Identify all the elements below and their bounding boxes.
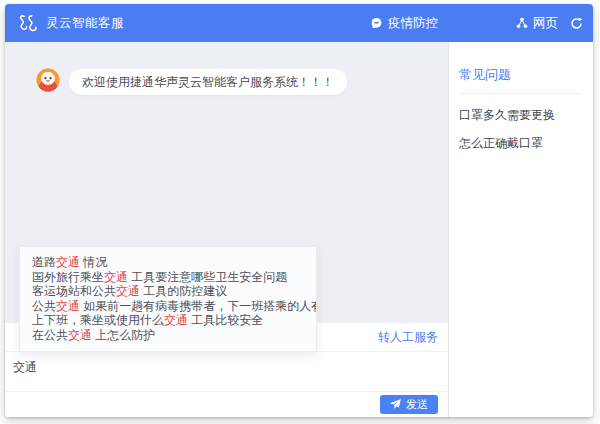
refresh-icon	[570, 17, 583, 30]
transfer-service-link[interactable]: 转人工服务	[378, 329, 438, 346]
message-row: 欢迎使用捷通华声灵云智能客户服务系统！！！	[36, 68, 347, 95]
suggestion-keyword: 交通	[68, 328, 92, 342]
suggestion-item[interactable]: 国外旅行乘坐交通 工具要注意哪些卫生安全问题	[20, 270, 316, 285]
chat-column: 欢迎使用捷通华声灵云智能客户服务系统！！！ 转人工服务 交通 发送	[5, 42, 449, 417]
chat-bubble-icon	[370, 17, 383, 30]
suggestion-keyword: 交通	[104, 270, 128, 284]
main-area: 欢迎使用捷通华声灵云智能客户服务系统！！！ 转人工服务 交通 发送	[5, 42, 593, 417]
suggestion-keyword: 交通	[56, 255, 80, 269]
suggestion-text: 工具要注意哪些卫生安全问题	[128, 270, 287, 284]
faq-title: 常见问题	[459, 66, 581, 94]
suggestion-text: 情况	[80, 255, 107, 269]
suggestion-text: 在公共	[32, 328, 68, 342]
send-label: 发送	[406, 399, 428, 410]
nav-item-web[interactable]: 网页	[516, 15, 558, 32]
suggestion-text: 上下班，乘坐或使用什么	[32, 313, 164, 327]
brand: 灵云智能客服	[18, 13, 124, 34]
welcome-bubble: 欢迎使用捷通华声灵云智能客户服务系统！！！	[69, 69, 347, 95]
suggestion-keyword: 交通	[164, 313, 188, 327]
header-bar: 灵云智能客服 疫情防控 网页	[5, 4, 593, 42]
share-nodes-icon	[516, 17, 528, 29]
suggestion-item[interactable]: 公共交通 如果前一趟有病毒携带者，下一班搭乘的人有感染风险吗	[20, 299, 316, 314]
suggestion-item[interactable]: 上下班，乘坐或使用什么交通 工具比较安全	[20, 313, 316, 328]
suggestion-item[interactable]: 客运场站和公共交通 工具的防控建议	[20, 284, 316, 299]
refresh-button[interactable]	[570, 17, 583, 30]
suggestion-text: 道路	[32, 255, 56, 269]
message-input[interactable]: 交通	[5, 352, 448, 392]
faq-item-mask-replace[interactable]: 口罩多久需要更换	[459, 108, 581, 122]
suggestion-text: 如果前一趟有病毒携带者，下一班搭乘的人有感染风险吗	[80, 299, 316, 313]
suggestion-text: 公共	[32, 299, 56, 313]
composer-footer: 发送	[5, 392, 448, 417]
nav-item-epidemic[interactable]: 疫情防控	[370, 15, 438, 32]
robot-avatar	[36, 68, 60, 92]
faq-sidebar: 常见问题 口罩多久需要更换 怎么正确戴口罩	[449, 42, 593, 417]
faq-item-mask-wear[interactable]: 怎么正确戴口罩	[459, 136, 581, 150]
app-window: 灵云智能客服 疫情防控 网页	[5, 4, 593, 417]
brand-title: 灵云智能客服	[46, 15, 124, 32]
lingyun-logo-icon	[18, 13, 39, 34]
suggestion-text: 上怎么防护	[92, 328, 155, 342]
send-button[interactable]: 发送	[380, 395, 438, 414]
suggestion-text: 工具比较安全	[188, 313, 263, 327]
nav-epidemic-label: 疫情防控	[388, 15, 438, 32]
suggestion-text: 工具的防控建议	[140, 284, 227, 298]
suggestion-text: 国外旅行乘坐	[32, 270, 104, 284]
suggestion-item[interactable]: 道路交通 情况	[20, 255, 316, 270]
suggestion-panel: 道路交通 情况 国外旅行乘坐交通 工具要注意哪些卫生安全问题 客运场站和公共交通…	[19, 246, 317, 352]
suggestion-text: 客运场站和公共	[32, 284, 116, 298]
suggestion-keyword: 交通	[56, 299, 80, 313]
nav-web-label: 网页	[533, 15, 558, 32]
suggestion-item[interactable]: 在公共交通 上怎么防护	[20, 328, 316, 343]
suggestion-keyword: 交通	[116, 284, 140, 298]
paper-plane-icon	[390, 399, 401, 410]
